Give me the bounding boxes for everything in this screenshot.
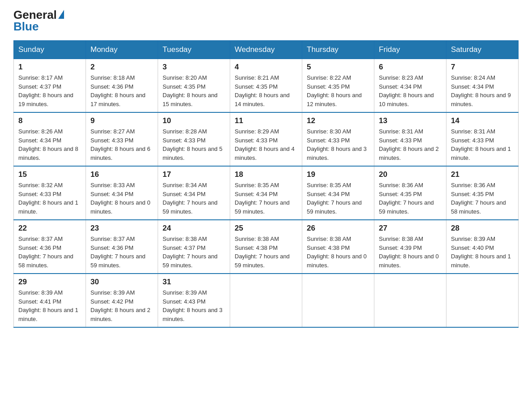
day-info: Sunrise: 8:35 AMSunset: 4:34 PMDaylight:… (307, 182, 362, 215)
calendar-header: SundayMondayTuesdayWednesdayThursdayFrid… (14, 41, 519, 59)
calendar-cell: 26 Sunrise: 8:38 AMSunset: 4:38 PMDaylig… (302, 220, 374, 274)
calendar-cell: 3 Sunrise: 8:20 AMSunset: 4:35 PMDayligh… (158, 59, 230, 113)
calendar-cell: 19 Sunrise: 8:35 AMSunset: 4:34 PMDaylig… (302, 166, 374, 220)
day-number: 18 (235, 170, 297, 179)
header-tuesday: Tuesday (158, 41, 230, 59)
calendar-cell: 30 Sunrise: 8:39 AMSunset: 4:42 PMDaylig… (86, 274, 158, 327)
header-row: SundayMondayTuesdayWednesdayThursdayFrid… (14, 41, 519, 59)
day-number: 4 (235, 63, 297, 72)
calendar-cell: 1 Sunrise: 8:17 AMSunset: 4:37 PMDayligh… (14, 59, 86, 113)
calendar-cell: 14 Sunrise: 8:31 AMSunset: 4:33 PMDaylig… (446, 112, 519, 166)
day-number: 24 (163, 224, 225, 233)
calendar-body: 1 Sunrise: 8:17 AMSunset: 4:37 PMDayligh… (14, 59, 519, 328)
day-info: Sunrise: 8:27 AMSunset: 4:33 PMDaylight:… (90, 128, 150, 161)
calendar-week-4: 22 Sunrise: 8:37 AMSunset: 4:36 PMDaylig… (14, 220, 519, 274)
day-info: Sunrise: 8:23 AMSunset: 4:34 PMDaylight:… (379, 74, 434, 107)
calendar-cell: 22 Sunrise: 8:37 AMSunset: 4:36 PMDaylig… (14, 220, 86, 274)
calendar-cell: 18 Sunrise: 8:35 AMSunset: 4:34 PMDaylig… (230, 166, 302, 220)
day-number: 30 (90, 278, 153, 287)
calendar-cell: 28 Sunrise: 8:39 AMSunset: 4:40 PMDaylig… (446, 220, 519, 274)
calendar-cell: 2 Sunrise: 8:18 AMSunset: 4:36 PMDayligh… (86, 59, 158, 113)
day-info: Sunrise: 8:34 AMSunset: 4:34 PMDaylight:… (163, 182, 218, 215)
day-number: 19 (307, 170, 369, 179)
calendar-cell: 15 Sunrise: 8:32 AMSunset: 4:33 PMDaylig… (14, 166, 86, 220)
day-number: 5 (307, 63, 369, 72)
day-number: 23 (90, 224, 153, 233)
day-info: Sunrise: 8:39 AMSunset: 4:43 PMDaylight:… (163, 289, 223, 322)
day-info: Sunrise: 8:39 AMSunset: 4:42 PMDaylight:… (90, 289, 150, 322)
day-info: Sunrise: 8:26 AMSunset: 4:34 PMDaylight:… (18, 128, 78, 161)
calendar-cell: 25 Sunrise: 8:38 AMSunset: 4:38 PMDaylig… (230, 220, 302, 274)
header-wednesday: Wednesday (230, 41, 302, 59)
day-info: Sunrise: 8:17 AMSunset: 4:37 PMDaylight:… (18, 74, 73, 107)
day-number: 8 (18, 116, 81, 125)
header-thursday: Thursday (302, 41, 374, 59)
day-info: Sunrise: 8:24 AMSunset: 4:34 PMDaylight:… (451, 74, 511, 107)
day-number: 3 (163, 63, 225, 72)
header-friday: Friday (374, 41, 446, 59)
calendar-cell: 10 Sunrise: 8:28 AMSunset: 4:33 PMDaylig… (158, 112, 230, 166)
logo-triangle-icon (58, 10, 64, 19)
calendar-week-3: 15 Sunrise: 8:32 AMSunset: 4:33 PMDaylig… (14, 166, 519, 220)
calendar-cell (446, 274, 519, 327)
page-header: General Blue (13, 9, 519, 32)
calendar-cell: 27 Sunrise: 8:38 AMSunset: 4:39 PMDaylig… (374, 220, 446, 274)
day-number: 15 (18, 170, 81, 179)
calendar-cell: 29 Sunrise: 8:39 AMSunset: 4:41 PMDaylig… (14, 274, 86, 327)
header-saturday: Saturday (446, 41, 519, 59)
day-info: Sunrise: 8:20 AMSunset: 4:35 PMDaylight:… (163, 74, 218, 107)
day-number: 2 (90, 63, 153, 72)
day-number: 21 (451, 170, 514, 179)
day-info: Sunrise: 8:35 AMSunset: 4:34 PMDaylight:… (235, 182, 290, 215)
calendar-cell: 11 Sunrise: 8:29 AMSunset: 4:33 PMDaylig… (230, 112, 302, 166)
calendar-cell: 12 Sunrise: 8:30 AMSunset: 4:33 PMDaylig… (302, 112, 374, 166)
day-info: Sunrise: 8:28 AMSunset: 4:33 PMDaylight:… (163, 128, 223, 161)
day-info: Sunrise: 8:38 AMSunset: 4:38 PMDaylight:… (235, 235, 290, 269)
day-info: Sunrise: 8:39 AMSunset: 4:41 PMDaylight:… (18, 289, 78, 322)
calendar-cell: 20 Sunrise: 8:36 AMSunset: 4:35 PMDaylig… (374, 166, 446, 220)
calendar-cell: 7 Sunrise: 8:24 AMSunset: 4:34 PMDayligh… (446, 59, 519, 113)
day-number: 16 (90, 170, 153, 179)
day-number: 22 (18, 224, 81, 233)
day-info: Sunrise: 8:21 AMSunset: 4:35 PMDaylight:… (235, 74, 290, 107)
day-number: 11 (235, 116, 297, 125)
calendar-cell: 23 Sunrise: 8:37 AMSunset: 4:36 PMDaylig… (86, 220, 158, 274)
day-number: 13 (379, 116, 442, 125)
day-info: Sunrise: 8:37 AMSunset: 4:36 PMDaylight:… (18, 235, 73, 269)
header-sunday: Sunday (14, 41, 86, 59)
calendar-cell: 8 Sunrise: 8:26 AMSunset: 4:34 PMDayligh… (14, 112, 86, 166)
calendar-cell: 5 Sunrise: 8:22 AMSunset: 4:35 PMDayligh… (302, 59, 374, 113)
calendar-table: SundayMondayTuesdayWednesdayThursdayFrid… (13, 40, 519, 328)
day-info: Sunrise: 8:39 AMSunset: 4:40 PMDaylight:… (451, 235, 511, 269)
day-number: 25 (235, 224, 297, 233)
day-info: Sunrise: 8:32 AMSunset: 4:33 PMDaylight:… (18, 182, 78, 215)
day-info: Sunrise: 8:38 AMSunset: 4:39 PMDaylight:… (379, 235, 439, 269)
calendar-week-1: 1 Sunrise: 8:17 AMSunset: 4:37 PMDayligh… (14, 59, 519, 113)
day-number: 14 (451, 116, 514, 125)
day-info: Sunrise: 8:30 AMSunset: 4:33 PMDaylight:… (307, 128, 367, 161)
day-number: 20 (379, 170, 442, 179)
day-number: 12 (307, 116, 369, 125)
day-number: 28 (451, 224, 514, 233)
day-info: Sunrise: 8:37 AMSunset: 4:36 PMDaylight:… (90, 235, 146, 269)
day-info: Sunrise: 8:38 AMSunset: 4:37 PMDaylight:… (163, 235, 218, 269)
day-number: 7 (451, 63, 514, 72)
day-info: Sunrise: 8:18 AMSunset: 4:36 PMDaylight:… (90, 74, 146, 107)
calendar-cell: 31 Sunrise: 8:39 AMSunset: 4:43 PMDaylig… (158, 274, 230, 327)
day-info: Sunrise: 8:36 AMSunset: 4:35 PMDaylight:… (379, 182, 434, 215)
day-info: Sunrise: 8:29 AMSunset: 4:33 PMDaylight:… (235, 128, 295, 161)
day-number: 6 (379, 63, 442, 72)
logo-general: General (13, 9, 57, 21)
calendar-cell: 16 Sunrise: 8:33 AMSunset: 4:34 PMDaylig… (86, 166, 158, 220)
day-info: Sunrise: 8:31 AMSunset: 4:33 PMDaylight:… (451, 128, 511, 161)
calendar-cell: 21 Sunrise: 8:36 AMSunset: 4:35 PMDaylig… (446, 166, 519, 220)
day-info: Sunrise: 8:22 AMSunset: 4:35 PMDaylight:… (307, 74, 362, 107)
calendar-cell: 17 Sunrise: 8:34 AMSunset: 4:34 PMDaylig… (158, 166, 230, 220)
day-info: Sunrise: 8:33 AMSunset: 4:34 PMDaylight:… (90, 182, 150, 215)
calendar-week-2: 8 Sunrise: 8:26 AMSunset: 4:34 PMDayligh… (14, 112, 519, 166)
day-number: 29 (18, 278, 81, 287)
day-info: Sunrise: 8:31 AMSunset: 4:33 PMDaylight:… (379, 128, 439, 161)
day-number: 9 (90, 116, 153, 125)
day-info: Sunrise: 8:36 AMSunset: 4:35 PMDaylight:… (451, 182, 506, 215)
calendar-cell: 13 Sunrise: 8:31 AMSunset: 4:33 PMDaylig… (374, 112, 446, 166)
